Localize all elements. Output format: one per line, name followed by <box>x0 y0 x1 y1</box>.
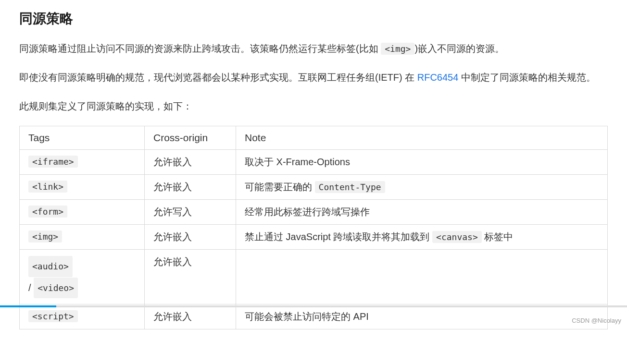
note-cell: 经常用此标签进行跨域写操作 <box>236 200 608 225</box>
note-code: <canvas> <box>432 231 482 243</box>
para1-code-img: <img> <box>381 43 414 55</box>
note-text: 禁止通过 JavaScript 跨域读取并将其加载到 <box>245 231 432 242</box>
table-row: <form> 允许写入 经常用此标签进行跨域写操作 <box>20 200 608 225</box>
tag-code: <video> <box>34 278 78 299</box>
watermark-text: CSDN @Nicolayy <box>572 317 621 324</box>
article-content: 同源策略 同源策略通过阻止访问不同源的资源来防止跨域攻击。该策略仍然运行某些标签… <box>0 0 627 329</box>
cross-cell: 允许嵌入 <box>145 304 236 329</box>
note-code: Content-Type <box>315 181 385 193</box>
section-heading: 同源策略 <box>19 10 608 28</box>
table-row: <link> 允许嵌入 可能需要正确的 Content-Type <box>20 175 608 200</box>
tag-code: <script> <box>28 310 78 322</box>
tag-code: <iframe> <box>28 156 78 168</box>
note-cell: 可能需要正确的 Content-Type <box>236 175 608 200</box>
paragraph-1: 同源策略通过阻止访问不同源的资源来防止跨域攻击。该策略仍然运行某些标签(比如 <… <box>19 39 608 58</box>
sop-table: Tags Cross-origin Note <iframe> 允许嵌入 取决于… <box>19 126 608 329</box>
para1-text-b: )嵌入不同源的资源。 <box>414 43 504 54</box>
para2-text-b: 中制定了同源策略的相关规范。 <box>458 72 596 83</box>
note-cell: 取决于 X-Frame-Options <box>236 150 608 175</box>
table-row: <audio> / <video> 允许嵌入 <box>20 250 608 304</box>
cross-cell: 允许嵌入 <box>145 150 236 175</box>
note-text: 可能需要正确的 <box>245 182 315 192</box>
note-cell: 禁止通过 JavaScript 跨域读取并将其加载到 <canvas> 标签中 <box>236 225 608 250</box>
cross-cell: 允许嵌入 <box>145 250 236 304</box>
tag-code: <link> <box>28 181 67 193</box>
th-tags: Tags <box>20 126 145 150</box>
rfc-link[interactable]: RFC6454 <box>417 72 459 83</box>
tag-code: <form> <box>28 206 67 218</box>
table-row: <script> 允许嵌入 可能会被禁止访问特定的 API <box>20 304 608 329</box>
tag-code: <audio> <box>28 256 73 277</box>
th-note: Note <box>236 126 608 150</box>
note-text: 经常用此标签进行跨域写操作 <box>245 206 370 217</box>
note-cell <box>236 250 608 304</box>
table-row: <img> 允许嵌入 禁止通过 JavaScript 跨域读取并将其加载到 <c… <box>20 225 608 250</box>
table-row: <iframe> 允许嵌入 取决于 X-Frame-Options <box>20 150 608 175</box>
cross-cell: 允许嵌入 <box>145 225 236 250</box>
para1-text-a: 同源策略通过阻止访问不同源的资源来防止跨域攻击。该策略仍然运行某些标签(比如 <box>19 43 381 54</box>
note-text-b: 标签中 <box>482 231 514 242</box>
note-text: 取决于 X-Frame-Options <box>245 157 350 167</box>
video-progress-bar[interactable] <box>0 305 627 307</box>
cross-cell: 允许嵌入 <box>145 175 236 200</box>
note-cell: 可能会被禁止访问特定的 API <box>236 304 608 329</box>
tag-code: <img> <box>28 231 62 243</box>
para2-text-a: 即使没有同源策略明确的规范，现代浏览器都会以某种形式实现。互联网工程任务组(IE… <box>19 72 417 83</box>
th-cross: Cross-origin <box>145 126 236 150</box>
paragraph-3: 此规则集定义了同源策略的实现，如下： <box>19 97 608 115</box>
note-text: 可能会被禁止访问特定的 API <box>245 311 369 322</box>
video-progress-fill <box>0 305 56 307</box>
tag-sep: / <box>28 282 34 293</box>
table-header-row: Tags Cross-origin Note <box>20 126 608 150</box>
cross-cell: 允许写入 <box>145 200 236 225</box>
paragraph-2: 即使没有同源策略明确的规范，现代浏览器都会以某种形式实现。互联网工程任务组(IE… <box>19 68 608 86</box>
